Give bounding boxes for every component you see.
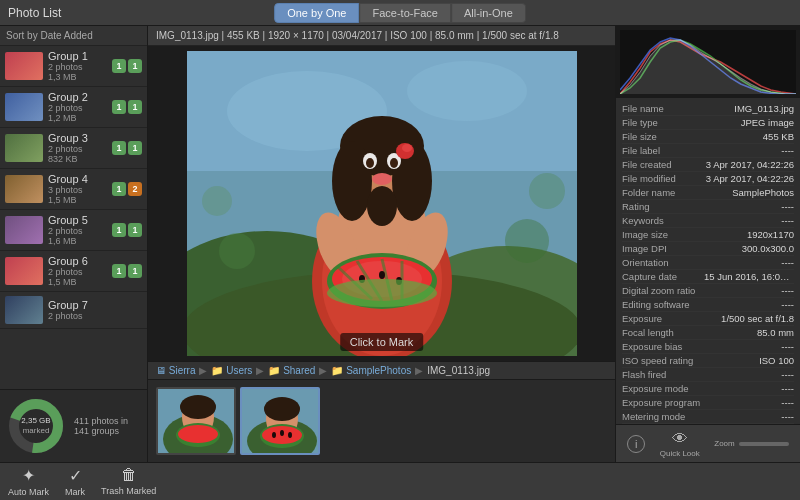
meta-row-14: Editing software ---- [622, 298, 794, 312]
right-footer: i 👁 Quick Look Zoom [616, 424, 800, 462]
eye-icon: 👁 [672, 430, 688, 448]
meta-val-12: 15 Jun 2016, 16:00:38 [704, 271, 794, 282]
meta-row-17: Exposure bias ---- [622, 340, 794, 354]
group-item-4[interactable]: Group 4 3 photos1,5 MB 1 2 [0, 169, 147, 210]
view-tabs: One by One Face-to-Face All-in-One [274, 3, 526, 23]
zoom-slider[interactable] [739, 442, 789, 446]
meta-key-2: File size [622, 131, 657, 142]
group-meta-2: 2 photos1,2 MB [48, 103, 110, 123]
tab-face-to-face[interactable]: Face-to-Face [360, 3, 451, 23]
badge-orange-5: 1 [128, 223, 142, 237]
meta-key-0: File name [622, 103, 664, 114]
zoom-control: Zoom [714, 439, 788, 448]
film-thumb-1[interactable] [156, 387, 236, 455]
quick-look-button[interactable]: 👁 Quick Look [660, 430, 700, 458]
nav-bar: Photo List One by One Face-to-Face All-i… [0, 0, 800, 26]
svg-point-16 [367, 186, 397, 226]
svg-point-8 [407, 61, 527, 121]
main-photo [187, 51, 577, 356]
meta-val-19: ---- [781, 369, 794, 380]
zoom-label: Zoom [714, 439, 734, 448]
group-badges-4: 1 2 [112, 182, 142, 196]
meta-key-3: File label [622, 145, 660, 156]
app-container: Photo List One by One Face-to-Face All-i… [0, 0, 800, 500]
group-thumb-6 [5, 257, 43, 285]
meta-val-11: ---- [781, 257, 794, 268]
meta-val-22: ---- [781, 411, 794, 422]
group-name-2: Group 2 [48, 91, 110, 103]
tab-all-in-one[interactable]: All-in-One [451, 3, 526, 23]
svg-point-23 [402, 144, 412, 152]
group-badges-5: 1 1 [112, 223, 142, 237]
breadcrumb-item-3[interactable]: 📁 Shared [268, 365, 315, 376]
breadcrumb-item-2[interactable]: 📁 Users [211, 365, 252, 376]
svg-point-40 [529, 173, 565, 209]
group-thumb-2 [5, 93, 43, 121]
svg-point-36 [327, 279, 437, 307]
group-info-1: Group 1 2 photos1,3 MB [48, 50, 110, 82]
badge-orange-4: 2 [128, 182, 142, 196]
meta-val-10: 300.0x300.0 [742, 243, 794, 254]
trash-marked-button[interactable]: 🗑 Trash Marked [101, 466, 156, 497]
meta-key-22: Metering mode [622, 411, 685, 422]
sidebar: Sort by Date Added Group 1 2 photos1,3 M… [0, 26, 148, 462]
nav-title: Photo List [8, 6, 61, 20]
svg-point-14 [332, 141, 372, 221]
sidebar-footer: 2,35 GB marked 411 photos in 141 groups [0, 389, 147, 462]
photo-view[interactable]: Click to Mark [148, 46, 615, 361]
sidebar-sort-label[interactable]: Sort by Date Added [0, 26, 147, 46]
meta-row-4: File created 3 Apr 2017, 04:22:26 [622, 158, 794, 172]
meta-val-14: ---- [781, 299, 794, 310]
group-item-5[interactable]: Group 5 2 photos1,6 MB 1 1 [0, 210, 147, 251]
svg-point-54 [280, 430, 284, 436]
group-item-1[interactable]: Group 1 2 photos1,3 MB 1 1 [0, 46, 147, 87]
group-meta-7: 2 photos [48, 311, 140, 321]
meta-row-18: ISO speed rating ISO 100 [622, 354, 794, 368]
footer-stats: 411 photos in 141 groups [74, 416, 141, 436]
histogram [616, 26, 800, 98]
group-item-7[interactable]: Group 7 2 photos [0, 292, 147, 329]
group-thumb-4 [5, 175, 43, 203]
meta-key-20: Exposure mode [622, 383, 689, 394]
meta-val-5: 3 Apr 2017, 04:22:26 [706, 173, 794, 184]
tab-one-by-one[interactable]: One by One [274, 3, 359, 23]
breadcrumb-item-1[interactable]: 🖥 Sierra [156, 365, 195, 376]
meta-key-6: Folder name [622, 187, 675, 198]
group-item-3[interactable]: Group 3 2 photos832 KB 1 1 [0, 128, 147, 169]
auto-mark-button[interactable]: ✦ Auto Mark [8, 466, 49, 497]
meta-list: File name IMG_0113.jpg File type JPEG im… [616, 98, 800, 424]
meta-key-11: Orientation [622, 257, 668, 268]
badge-orange-6: 1 [128, 264, 142, 278]
mark-button[interactable]: ✓ Mark [65, 466, 85, 497]
donut-label: 2,35 GB marked [21, 416, 50, 435]
badge-green-1: 1 [112, 59, 126, 73]
info-button[interactable]: i [627, 435, 645, 453]
breadcrumb-item-4[interactable]: 📁 SamplePhotos [331, 365, 411, 376]
svg-point-53 [272, 432, 276, 438]
group-thumb-7 [5, 296, 43, 324]
meta-row-15: Exposure 1/500 sec at f/1.8 [622, 312, 794, 326]
group-badges-2: 1 1 [112, 100, 142, 114]
group-meta-4: 3 photos1,5 MB [48, 185, 110, 205]
meta-val-7: ---- [781, 201, 794, 212]
meta-key-12: Capture date [622, 271, 677, 282]
group-name-4: Group 4 [48, 173, 110, 185]
group-item-2[interactable]: Group 2 2 photos1,2 MB 1 1 [0, 87, 147, 128]
meta-row-0: File name IMG_0113.jpg [622, 102, 794, 116]
group-name-3: Group 3 [48, 132, 110, 144]
meta-row-9: Image size 1920x1170 [622, 228, 794, 242]
breadcrumb-sep-4: ▶ [415, 365, 423, 376]
meta-row-21: Exposure program ---- [622, 396, 794, 410]
meta-val-1: JPEG image [741, 117, 794, 128]
meta-val-6: SamplePhotos [732, 187, 794, 198]
badge-green-6: 1 [112, 264, 126, 278]
film-strip [148, 380, 615, 462]
group-name-5: Group 5 [48, 214, 110, 226]
film-thumb-2[interactable] [240, 387, 320, 455]
group-item-6[interactable]: Group 6 2 photos1,5 MB 1 1 [0, 251, 147, 292]
svg-point-50 [264, 397, 300, 421]
click-to-mark-label[interactable]: Click to Mark [340, 333, 424, 351]
group-info-2: Group 2 2 photos1,2 MB [48, 91, 110, 123]
svg-point-19 [366, 158, 374, 168]
meta-row-16: Focal length 85.0 mm [622, 326, 794, 340]
